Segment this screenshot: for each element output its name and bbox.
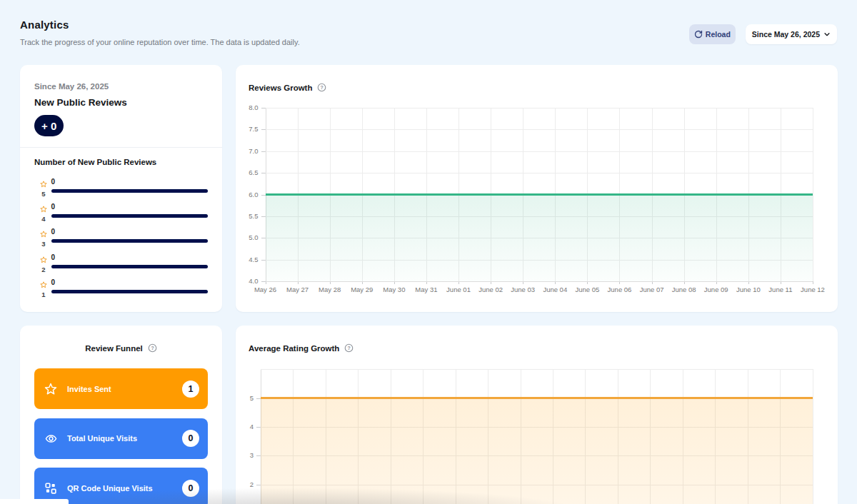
reload-label: Reload xyxy=(706,30,731,39)
x-axis-line xyxy=(266,281,813,282)
star-count-label: 5 xyxy=(38,191,49,198)
review-count: 0 xyxy=(51,203,209,211)
y-axis-label: 6.0 xyxy=(237,191,259,198)
rating-row-2-star: 20 xyxy=(34,253,208,271)
x-axis-label: May 26 xyxy=(248,286,284,293)
date-range-label: Since May 26, 2025 xyxy=(752,30,820,39)
y-axis-label: 5 xyxy=(236,395,254,402)
rating-bar xyxy=(51,189,209,193)
y-axis-label: 7.0 xyxy=(237,148,259,155)
y-axis-label: 2 xyxy=(236,481,254,488)
y-axis-label: 7.5 xyxy=(237,126,259,133)
rating-bar xyxy=(51,290,209,293)
horizontal-gridline xyxy=(266,108,813,109)
rating-bar xyxy=(51,265,209,268)
rating-row-4-star: 40 xyxy=(34,203,208,220)
funnel-item-value: 1 xyxy=(182,380,199,398)
horizontal-gridline xyxy=(261,369,813,370)
summary-divider xyxy=(20,147,222,148)
average-rating-growth-title: Average Rating Growth xyxy=(249,344,339,353)
review-funnel-title: Review Funnel xyxy=(85,344,143,353)
y-axis-label: 4.5 xyxy=(237,256,259,263)
horizontal-gridline xyxy=(266,151,813,152)
date-range-select[interactable]: Since May 26, 2025 xyxy=(746,24,837,44)
x-axis-label: June 02 xyxy=(473,286,508,293)
eye-icon xyxy=(43,433,59,445)
x-axis-label: June 04 xyxy=(537,286,573,293)
y-axis-label: 3 xyxy=(236,452,254,459)
new-public-reviews-card: Since May 26, 2025 New Public Reviews + … xyxy=(20,65,222,312)
reviews-growth-card: Reviews Growth? May 26May 27May 28May 29… xyxy=(236,65,838,312)
average-rating-growth-card: Average Rating Growth? 5432 xyxy=(236,326,838,504)
y-axis-label: 5.0 xyxy=(237,234,259,241)
summary-date-range: Since May 26, 2025 xyxy=(34,82,109,91)
x-axis-label: May 27 xyxy=(280,286,316,293)
average-rating-growth-help-icon[interactable]: ? xyxy=(344,343,354,353)
bottom-left-overlay xyxy=(0,499,69,504)
qr-icon xyxy=(43,483,59,494)
funnel-item-label: Total Unique Visits xyxy=(67,434,182,443)
funnel-item-value: 0 xyxy=(182,480,199,497)
x-axis-label: May 31 xyxy=(409,286,444,293)
star-icon xyxy=(40,278,47,291)
series-area-fill xyxy=(261,399,813,504)
y-tick xyxy=(261,129,266,130)
reviews-growth-chart: May 26May 27May 28May 29May 30May 31June… xyxy=(266,108,813,281)
chevron-down-icon xyxy=(823,31,831,38)
review-funnel-card: Review Funnel? Invites Sent1Total Unique… xyxy=(20,326,222,504)
rating-row-5-star: 50 xyxy=(34,178,208,195)
reviews-growth-help-icon[interactable]: ? xyxy=(317,83,326,92)
review-funnel-help-icon[interactable]: ? xyxy=(148,343,157,353)
x-axis-label: May 30 xyxy=(376,286,412,293)
horizontal-gridline xyxy=(266,173,813,173)
page-title: Analytics xyxy=(20,19,300,31)
star-icon xyxy=(40,253,47,266)
series-area-fill xyxy=(266,196,813,282)
y-axis-label: 8.0 xyxy=(237,104,259,111)
rating-bar xyxy=(51,214,209,218)
y-tick xyxy=(261,173,266,173)
y-axis-label: 5.5 xyxy=(237,213,259,220)
vertical-gridline xyxy=(813,369,813,504)
summary-title: New Public Reviews xyxy=(34,97,127,108)
funnel-item-label: QR Code Unique Visits xyxy=(67,484,182,493)
y-tick xyxy=(261,151,266,152)
series-line xyxy=(261,397,813,398)
y-tick xyxy=(261,281,266,282)
rating-row-3-star: 30 xyxy=(34,228,208,245)
review-count: 0 xyxy=(51,278,209,286)
y-axis-label: 4 xyxy=(236,423,254,430)
y-tick xyxy=(261,108,266,109)
review-count: 0 xyxy=(51,228,209,236)
page-subtitle: Track the progress of your online reputa… xyxy=(20,38,300,46)
series-line xyxy=(266,193,813,195)
x-axis-label: June 09 xyxy=(698,286,734,293)
horizontal-gridline xyxy=(266,129,813,130)
svg-text:?: ? xyxy=(321,85,324,90)
header-actions: Reload Since May 26, 2025 xyxy=(689,24,837,44)
reload-icon xyxy=(694,30,703,39)
y-axis-label: 6.5 xyxy=(237,169,259,176)
funnel-item-eye: Total Unique Visits0 xyxy=(34,418,208,459)
review-count: 0 xyxy=(51,253,209,261)
y-axis-label: 4.0 xyxy=(237,278,259,285)
star-count-label: 2 xyxy=(38,266,49,273)
x-axis-label: May 29 xyxy=(344,286,380,293)
rating-bar xyxy=(51,239,209,243)
breakdown-title: Number of New Public Reviews xyxy=(34,158,156,166)
x-axis-label: June 05 xyxy=(569,286,605,293)
summary-delta-badge: + 0 xyxy=(34,115,64,136)
rating-row-1-star: 10 xyxy=(34,278,208,296)
vertical-gridline xyxy=(813,108,813,281)
x-axis-label: June 10 xyxy=(731,286,766,293)
star-icon xyxy=(40,203,47,215)
x-axis-label: June 12 xyxy=(795,286,831,293)
star-icon xyxy=(40,178,47,190)
svg-text:?: ? xyxy=(151,346,154,351)
reload-button[interactable]: Reload xyxy=(689,24,736,44)
x-axis-label: June 08 xyxy=(666,286,702,293)
funnel-item-label: Invites Sent xyxy=(67,385,182,393)
funnel-item-star: Invites Sent1 xyxy=(34,368,208,409)
star-icon xyxy=(40,228,47,240)
review-count: 0 xyxy=(51,178,209,186)
